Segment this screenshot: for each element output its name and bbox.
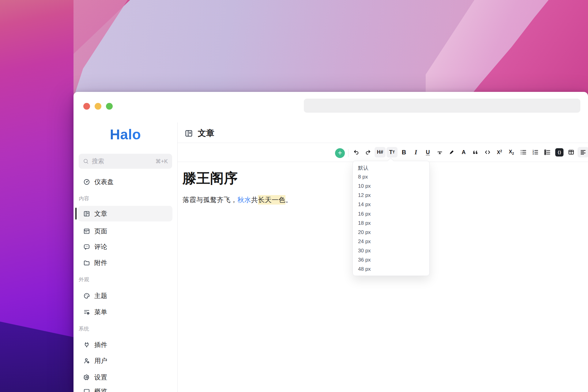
undo-button[interactable] [352, 147, 360, 157]
table-icon [568, 149, 574, 155]
post-paragraph[interactable]: 落霞与孤鹜齐飞，秋水共长天一色。 [183, 195, 292, 205]
search-input[interactable]: 搜索 ⌘+K [79, 154, 172, 169]
text-run-highlight: 长天一色 [258, 195, 285, 205]
sidebar-item-label: 概览 [94, 387, 107, 392]
align-button[interactable] [579, 147, 587, 157]
strikethrough-button[interactable] [435, 147, 444, 157]
text-run: 共 [251, 196, 258, 204]
posts-icon [83, 210, 90, 217]
overview-icon [83, 388, 90, 392]
font-size-option[interactable]: 10 px [353, 182, 429, 191]
editor-toolbar: H# TT B I U A X2 X2 123 { } [352, 143, 587, 162]
bullet-list-button[interactable] [519, 147, 528, 157]
bullet-list-icon [520, 149, 526, 155]
sidebar-item-comments[interactable]: 评论 [78, 240, 172, 254]
strikethrough-icon [437, 149, 443, 155]
palette-icon [83, 292, 90, 299]
address-bar[interactable] [304, 99, 580, 113]
font-size-option[interactable]: 默认 [353, 163, 429, 172]
search-placeholder: 搜索 [92, 157, 153, 165]
ordered-list-button[interactable]: 123 [531, 147, 540, 157]
page-title: 文章 [185, 125, 214, 142]
heading-button[interactable]: H# [376, 147, 384, 157]
font-size-option[interactable]: 8 px [353, 172, 429, 182]
pages-icon [83, 228, 90, 235]
sidebar-item-users[interactable]: 用户 [78, 354, 172, 368]
task-list-icon [544, 149, 550, 155]
sidebar-item-menus[interactable]: 菜单 [78, 305, 172, 319]
page-title-text: 文章 [198, 128, 214, 139]
sidebar-item-dashboard[interactable]: 仪表盘 [78, 175, 172, 189]
halo-logo: Halo [74, 126, 177, 143]
sidebar-item-pages[interactable]: 页面 [78, 224, 172, 238]
font-size-option[interactable]: 48 px [353, 265, 429, 274]
plug-icon [83, 341, 90, 348]
minimize-window-button[interactable] [95, 103, 101, 110]
menu-settings-icon [83, 309, 90, 315]
sidebar-item-label: 评论 [94, 243, 107, 251]
post-title[interactable]: 滕王阁序 [183, 169, 238, 187]
sidebar-item-label: 附件 [94, 258, 107, 267]
inline-code-button[interactable] [483, 147, 492, 157]
ordered-list-icon: 123 [532, 149, 538, 155]
font-size-option[interactable]: 18 px [353, 219, 429, 228]
sidebar-item-attachments[interactable]: 附件 [78, 256, 172, 270]
text-run-blue: 秋水 [237, 196, 251, 204]
sidebar-section-system: 系统 [79, 325, 89, 332]
font-size-option[interactable]: 24 px [353, 237, 429, 246]
sidebar-item-posts[interactable]: 文章 [78, 206, 172, 221]
sidebar-item-overview[interactable]: 概览 [78, 385, 172, 392]
dashboard-icon [83, 179, 90, 185]
sidebar-item-label: 插件 [94, 341, 107, 349]
sidebar-item-label: 页面 [94, 227, 107, 236]
quote-icon [473, 149, 479, 155]
svg-text:3: 3 [533, 153, 534, 155]
marker-pen-icon [449, 149, 455, 155]
highlight-button[interactable] [447, 147, 456, 157]
app-window: Halo 搜索 ⌘+K 仪表盘 内容 文章 页面 评论 附件 外观 [74, 92, 588, 392]
sidebar-item-label: 设置 [94, 373, 107, 382]
table-button[interactable] [567, 147, 575, 157]
sidebar-item-themes[interactable]: 主题 [78, 289, 172, 303]
align-left-icon [580, 149, 586, 155]
underline-button[interactable]: U [424, 147, 432, 157]
search-icon [83, 158, 89, 164]
font-size-option[interactable]: 12 px [353, 191, 429, 200]
code-block-button[interactable]: { } [555, 147, 564, 157]
font-size-button[interactable]: TT [388, 147, 396, 157]
font-size-option[interactable]: 36 px [353, 255, 429, 265]
bold-button[interactable]: B [400, 147, 408, 157]
active-item-indicator [75, 208, 77, 220]
comments-icon [83, 243, 90, 250]
font-size-option[interactable]: 16 px [353, 209, 429, 218]
gear-icon [83, 374, 90, 381]
sidebar-item-plugins[interactable]: 插件 [78, 338, 172, 352]
text-run: 落霞与孤鹜齐飞， [183, 196, 237, 204]
traffic-lights [83, 103, 113, 110]
subscript-button[interactable]: X2 [507, 147, 516, 157]
search-shortcut: ⌘+K [155, 158, 168, 165]
superscript-button[interactable]: X2 [495, 147, 504, 157]
font-size-option[interactable]: 20 px [353, 228, 429, 237]
text-run: 。 [285, 196, 292, 204]
posts-icon [185, 129, 193, 138]
sidebar-divider [177, 123, 178, 392]
toolbar-separator [348, 149, 349, 157]
sidebar-item-label: 菜单 [94, 308, 107, 316]
font-size-option[interactable]: 30 px [353, 246, 429, 255]
add-block-button[interactable]: + [335, 148, 345, 158]
sidebar-item-label: 文章 [94, 209, 107, 218]
text-color-button[interactable]: A [459, 147, 468, 157]
sidebar-item-settings[interactable]: 设置 [78, 371, 172, 384]
sidebar-item-label: 主题 [94, 292, 107, 300]
task-list-button[interactable] [543, 147, 552, 157]
undo-icon [353, 149, 359, 155]
redo-button[interactable] [364, 147, 372, 157]
close-window-button[interactable] [83, 103, 90, 110]
italic-button[interactable]: I [412, 147, 420, 157]
font-size-option[interactable]: 14 px [353, 200, 429, 209]
code-icon [484, 149, 491, 155]
zoom-window-button[interactable] [106, 103, 113, 110]
blockquote-button[interactable] [471, 147, 480, 157]
folder-icon [83, 259, 90, 266]
